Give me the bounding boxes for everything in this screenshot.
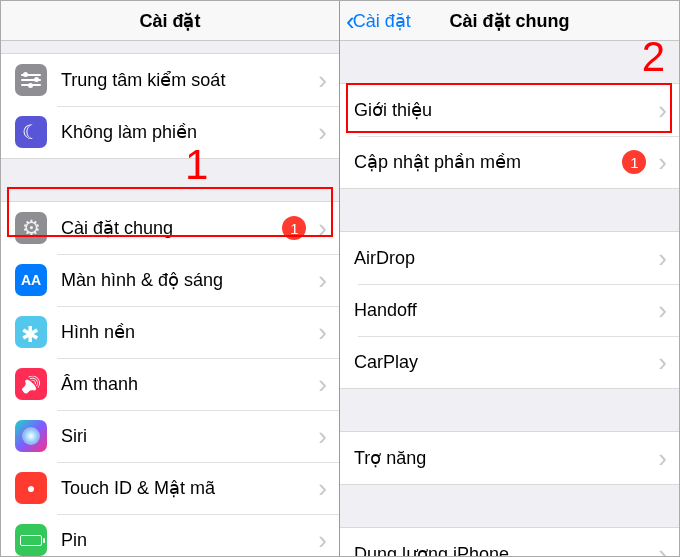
- row-control-center[interactable]: Trung tâm kiểm soát ›: [1, 54, 339, 106]
- row-battery[interactable]: Pin ›: [1, 514, 339, 556]
- chevron-icon: ›: [310, 473, 339, 504]
- row-dnd[interactable]: Không làm phiền ›: [1, 106, 339, 158]
- fingerprint-icon: [15, 472, 47, 504]
- moon-icon: [15, 116, 47, 148]
- gear-icon: [15, 212, 47, 244]
- row-about[interactable]: Giới thiệu ›: [340, 84, 679, 136]
- row-display[interactable]: Màn hình & độ sáng ›: [1, 254, 339, 306]
- group-accessibility: Trợ năng ›: [340, 431, 679, 485]
- group-main: Cài đặt chung 1 › Màn hình & độ sáng › H…: [1, 201, 339, 556]
- chevron-icon: ›: [310, 265, 339, 296]
- siri-icon: [15, 420, 47, 452]
- row-label: Cập nhật phần mềm: [354, 151, 622, 173]
- back-label: Cài đặt: [353, 10, 411, 32]
- group-about: Giới thiệu › Cập nhật phần mềm 1 ›: [340, 83, 679, 189]
- row-label: Trợ năng: [354, 447, 650, 469]
- row-wallpaper[interactable]: Hình nền ›: [1, 306, 339, 358]
- row-label: Âm thanh: [61, 374, 310, 395]
- back-button[interactable]: ‹ Cài đặt: [346, 8, 411, 34]
- display-icon: [15, 264, 47, 296]
- group-controls: Trung tâm kiểm soát › Không làm phiền ›: [1, 53, 339, 159]
- chevron-icon: ›: [650, 295, 679, 326]
- chevron-icon: ›: [310, 65, 339, 96]
- group-storage: Dung lượng iPhone ›: [340, 527, 679, 556]
- settings-pane: Cài đặt Trung tâm kiểm soát › Không làm …: [1, 1, 340, 556]
- chevron-icon: ›: [310, 369, 339, 400]
- chevron-icon: ›: [310, 317, 339, 348]
- row-handoff[interactable]: Handoff ›: [340, 284, 679, 336]
- chevron-icon: ›: [650, 539, 679, 557]
- navbar-left: Cài đặt: [1, 1, 339, 41]
- chevron-icon: ›: [650, 347, 679, 378]
- row-carplay[interactable]: CarPlay ›: [340, 336, 679, 388]
- notification-badge: 1: [282, 216, 306, 240]
- control-center-icon: [15, 64, 47, 96]
- row-label: AirDrop: [354, 248, 650, 269]
- general-pane: ‹ Cài đặt Cài đặt chung Giới thiệu › Cập…: [340, 1, 679, 556]
- row-label: Siri: [61, 426, 310, 447]
- battery-icon: [15, 524, 47, 556]
- row-label: Không làm phiền: [61, 121, 310, 143]
- row-sound[interactable]: Âm thanh ›: [1, 358, 339, 410]
- row-label: Màn hình & độ sáng: [61, 269, 310, 291]
- row-label: Dung lượng iPhone: [354, 543, 650, 556]
- chevron-icon: ›: [650, 95, 679, 126]
- chevron-icon: ›: [650, 147, 679, 178]
- sound-icon: [15, 368, 47, 400]
- notification-badge: 1: [622, 150, 646, 174]
- chevron-icon: ›: [650, 443, 679, 474]
- row-touchid[interactable]: Touch ID & Mật mã ›: [1, 462, 339, 514]
- row-label: Pin: [61, 530, 310, 551]
- nav-title-left: Cài đặt: [139, 10, 200, 32]
- row-general[interactable]: Cài đặt chung 1 ›: [1, 202, 339, 254]
- row-label: Cài đặt chung: [61, 217, 282, 239]
- chevron-icon: ›: [310, 525, 339, 556]
- row-label: Touch ID & Mật mã: [61, 477, 310, 499]
- group-connect: AirDrop › Handoff › CarPlay ›: [340, 231, 679, 389]
- chevron-icon: ›: [310, 213, 339, 244]
- row-accessibility[interactable]: Trợ năng ›: [340, 432, 679, 484]
- row-label: Trung tâm kiểm soát: [61, 69, 310, 91]
- row-siri[interactable]: Siri ›: [1, 410, 339, 462]
- row-label: Giới thiệu: [354, 99, 650, 121]
- chevron-icon: ›: [650, 243, 679, 274]
- wallpaper-icon: [15, 316, 47, 348]
- chevron-icon: ›: [310, 117, 339, 148]
- row-label: Handoff: [354, 300, 650, 321]
- navbar-right: ‹ Cài đặt Cài đặt chung: [340, 1, 679, 41]
- row-airdrop[interactable]: AirDrop ›: [340, 232, 679, 284]
- nav-title-right: Cài đặt chung: [450, 10, 570, 32]
- row-storage[interactable]: Dung lượng iPhone ›: [340, 528, 679, 556]
- row-label: Hình nền: [61, 321, 310, 343]
- row-label: CarPlay: [354, 352, 650, 373]
- chevron-icon: ›: [310, 421, 339, 452]
- row-software-update[interactable]: Cập nhật phần mềm 1 ›: [340, 136, 679, 188]
